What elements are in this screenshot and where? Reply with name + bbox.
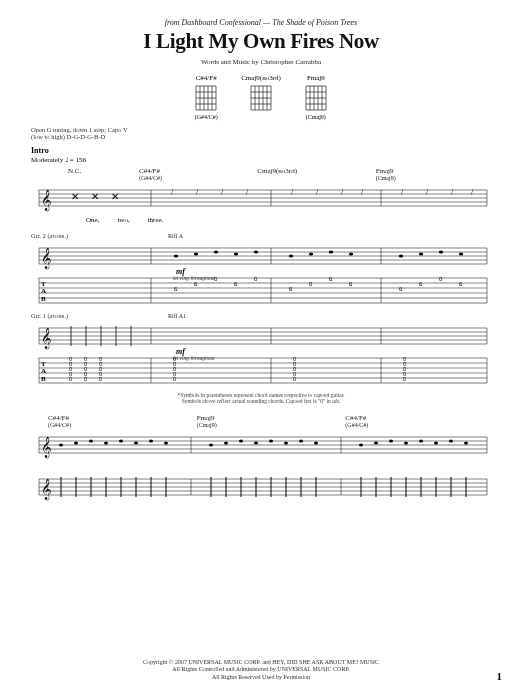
- svg-point-190: [239, 440, 243, 443]
- svg-point-201: [434, 442, 438, 445]
- svg-text:/: /: [291, 188, 294, 197]
- svg-point-71: [194, 252, 198, 255]
- gtr1-staff: Riff A1 mf let ring throughout 𝄞: [28, 320, 494, 354]
- svg-point-185: [134, 442, 138, 445]
- svg-point-81: [439, 250, 443, 253]
- svg-text:𝄞: 𝄞: [41, 436, 52, 459]
- svg-point-182: [89, 440, 93, 443]
- svg-point-78: [349, 252, 353, 255]
- fretboard-icon: [193, 84, 219, 114]
- svg-text:0: 0: [439, 276, 443, 282]
- chord-symbols-2: C#4/F#(G#4/C#) Fmaj9(Cmaj9) C#4/F#(G#4/C…: [28, 414, 494, 428]
- svg-point-187: [164, 442, 168, 445]
- source-line: from Dashboard Confessional — The Shade …: [28, 18, 494, 27]
- svg-point-196: [359, 444, 363, 447]
- svg-text:✕: ✕: [111, 191, 119, 202]
- svg-text:6: 6: [329, 276, 333, 282]
- svg-text:0: 0: [293, 376, 296, 382]
- svg-text:✕: ✕: [91, 191, 99, 202]
- sheet-music-page: from Dashboard Confessional — The Shade …: [0, 0, 522, 696]
- song-title: I Light My Own Fires Now: [28, 29, 494, 54]
- chord-diagram: Cmaj9(no3rd): [241, 74, 281, 120]
- svg-point-82: [459, 252, 463, 255]
- svg-point-189: [224, 442, 228, 445]
- svg-text:/: /: [471, 188, 474, 197]
- svg-point-184: [119, 440, 123, 443]
- tuning-note: Open G tuning, down 1 step; Capo V (low …: [31, 126, 494, 140]
- svg-text:/: /: [451, 188, 454, 197]
- capo-footnote: *Symbols in parentheses represent chord …: [28, 392, 494, 404]
- svg-text:/: /: [316, 188, 319, 197]
- svg-point-194: [299, 440, 303, 443]
- svg-text:A: A: [41, 287, 46, 295]
- svg-text:6: 6: [399, 286, 403, 292]
- svg-point-74: [254, 250, 258, 253]
- svg-text:6: 6: [194, 281, 198, 287]
- svg-text:0: 0: [254, 276, 258, 282]
- svg-text:𝄞: 𝄞: [41, 478, 52, 501]
- notation-system-2: C#4/F#(G#4/C#) Fmaj9(Cmaj9) C#4/F#(G#4/C…: [28, 414, 494, 505]
- svg-text:6: 6: [459, 281, 463, 287]
- svg-text:/: /: [401, 188, 404, 197]
- svg-point-72: [214, 250, 218, 253]
- svg-point-199: [404, 442, 408, 445]
- treble-staff: 𝄞 ✕✕✕ //// //// ////: [28, 182, 494, 216]
- notation-system-1: N.C. C#4/F#(G#4/C#) Cmaj9(no3rd) Fmaj9(C…: [28, 167, 494, 224]
- svg-text:0: 0: [173, 376, 176, 382]
- riff-a-label: Riff A: [168, 233, 183, 239]
- svg-point-198: [389, 440, 393, 443]
- svg-point-203: [464, 442, 468, 445]
- svg-text:𝄞: 𝄞: [41, 189, 52, 212]
- svg-text:✕: ✕: [71, 191, 79, 202]
- svg-point-79: [399, 254, 403, 257]
- fretboard-icon: [303, 84, 329, 114]
- svg-text:0: 0: [99, 376, 102, 382]
- svg-point-193: [284, 442, 288, 445]
- gtr2-staff: Riff A mf let ring throughout 𝄞: [28, 240, 494, 274]
- fretboard-icon: [248, 84, 274, 114]
- svg-point-195: [314, 442, 318, 445]
- riff-a1-label: Riff A1: [168, 313, 186, 319]
- svg-point-73: [234, 252, 238, 255]
- svg-point-191: [254, 442, 258, 445]
- svg-text:/: /: [221, 188, 224, 197]
- svg-text:0: 0: [403, 376, 406, 382]
- gtr1-tab: TAB 00000 00000 00000 00000 00000 00000: [28, 356, 494, 384]
- svg-text:6: 6: [234, 281, 238, 287]
- svg-text:6: 6: [349, 281, 353, 287]
- chord-symbols: N.C. C#4/F#(G#4/C#) Cmaj9(no3rd) Fmaj9(C…: [28, 167, 494, 181]
- gtr2-tab: TAB 66060 6066 6606: [28, 276, 494, 304]
- svg-point-75: [289, 254, 293, 257]
- svg-point-183: [104, 442, 108, 445]
- svg-text:/: /: [361, 188, 364, 197]
- page-number: 1: [497, 670, 503, 682]
- svg-text:0: 0: [69, 376, 72, 382]
- count-in: One,two,three.: [28, 216, 494, 224]
- svg-text:0: 0: [214, 276, 218, 282]
- svg-text:B: B: [41, 295, 46, 303]
- guitar-1-label: Gtr. 1 (acous.): [31, 312, 494, 319]
- chord-diagram-row: C#4/F# (G#4/C#) Cmaj9(no3rd) Fmaj9 (Cmaj…: [28, 74, 494, 120]
- svg-point-80: [419, 252, 423, 255]
- tempo-marking: Moderately ♩ = 156: [31, 156, 494, 164]
- svg-text:A: A: [41, 367, 46, 375]
- svg-text:𝄞: 𝄞: [41, 247, 52, 270]
- svg-text:/: /: [196, 188, 199, 197]
- svg-point-192: [269, 440, 273, 443]
- section-label: Intro: [31, 146, 494, 155]
- svg-point-76: [309, 252, 313, 255]
- svg-text:/: /: [341, 188, 344, 197]
- system2-staff-b: 𝄞: [28, 471, 494, 505]
- chord-diagram: C#4/F# (G#4/C#): [193, 74, 219, 120]
- svg-point-186: [149, 440, 153, 443]
- svg-point-70: [174, 254, 178, 257]
- gtr1-system: Riff A1 mf let ring throughout 𝄞: [28, 320, 494, 384]
- svg-text:0: 0: [84, 376, 87, 382]
- svg-point-197: [374, 442, 378, 445]
- system2-staff-a: 𝄞: [28, 429, 494, 463]
- svg-text:6: 6: [289, 286, 293, 292]
- svg-point-180: [59, 444, 63, 447]
- svg-text:/: /: [171, 188, 174, 197]
- svg-text:6: 6: [174, 286, 178, 292]
- copyright-block: Copyright © 2007 UNIVERSAL MUSIC CORP. a…: [0, 659, 522, 682]
